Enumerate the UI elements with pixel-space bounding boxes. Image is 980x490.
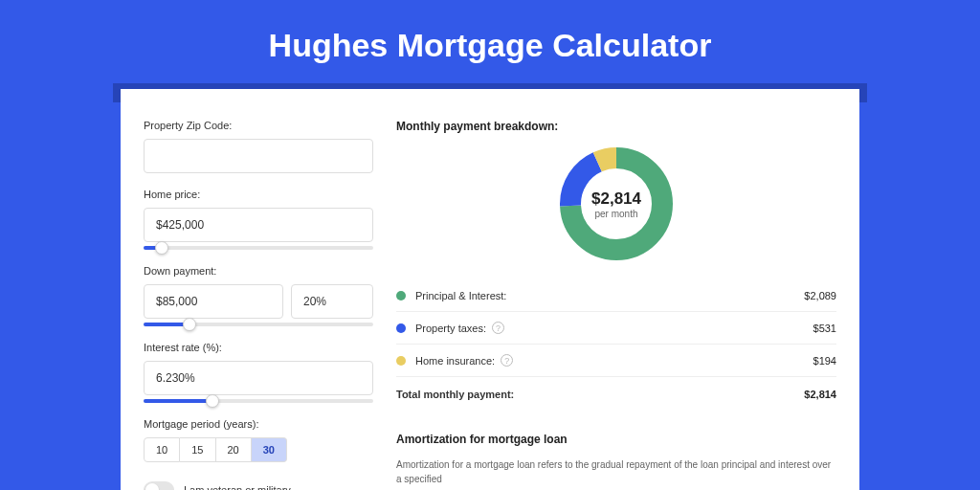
amortization-text: Amortization for a mortgage loan refers … [396, 457, 836, 486]
rate-slider[interactable] [144, 399, 373, 403]
down-label: Down payment: [144, 265, 373, 277]
breakdown-heading: Monthly payment breakdown: [396, 120, 836, 133]
veteran-toggle-row: I am veteran or military [144, 481, 373, 490]
info-icon[interactable]: ? [501, 354, 513, 367]
period-option-20[interactable]: 20 [216, 437, 252, 462]
price-slider[interactable] [144, 246, 373, 250]
info-icon[interactable]: ? [492, 322, 504, 334]
period-option-30[interactable]: 30 [252, 437, 287, 462]
item-label: Home insurance: ? [415, 354, 813, 367]
total-label: Total monthly payment: [396, 389, 804, 400]
breakdown-list: Principal & Interest: $2,089Property tax… [396, 280, 836, 377]
rate-group: Interest rate (%): [144, 342, 373, 403]
breakdown-item-1: Property taxes: ?$531 [396, 312, 836, 345]
donut-value: $2,814 [591, 189, 641, 209]
donut-chart: $2,814 per month [559, 146, 674, 261]
rate-label: Interest rate (%): [144, 342, 373, 353]
rate-input[interactable] [144, 361, 373, 395]
period-option-10[interactable]: 10 [144, 437, 180, 462]
rate-slider-fill [144, 399, 212, 403]
zip-input[interactable] [144, 139, 373, 173]
page-title: Hughes Mortgage Calculator [0, 0, 980, 83]
rate-slider-thumb[interactable] [206, 394, 219, 408]
down-slider[interactable] [144, 323, 373, 326]
item-value: $194 [813, 355, 836, 367]
period-label: Mortgage period (years): [144, 418, 373, 430]
total-row: Total monthly payment: $2,814 [396, 377, 836, 410]
item-value: $2,089 [804, 290, 836, 301]
breakdown-panel: Monthly payment breakdown: $2,814 per mo… [396, 120, 836, 490]
item-label: Principal & Interest: [415, 290, 804, 301]
legend-dot [396, 356, 406, 366]
item-value: $531 [813, 323, 836, 334]
down-group: Down payment: [144, 265, 373, 326]
donut-sublabel: per month [594, 209, 637, 219]
legend-dot [396, 323, 406, 333]
down-slider-thumb[interactable] [183, 318, 196, 331]
donut-chart-wrap: $2,814 per month [396, 146, 836, 261]
price-input[interactable] [144, 208, 373, 242]
item-label: Property taxes: ? [415, 322, 813, 334]
down-pct-input[interactable] [291, 284, 373, 319]
breakdown-item-2: Home insurance: ?$194 [396, 345, 836, 377]
price-slider-thumb[interactable] [155, 241, 168, 255]
veteran-label: I am veteran or military [184, 484, 291, 490]
amortization-section: Amortization for mortgage loan Amortizat… [396, 433, 836, 486]
veteran-toggle[interactable] [144, 481, 174, 490]
down-amount-input[interactable] [144, 284, 283, 319]
breakdown-item-0: Principal & Interest: $2,089 [396, 280, 836, 312]
zip-group: Property Zip Code: [144, 120, 373, 173]
amortization-heading: Amortization for mortgage loan [396, 433, 836, 446]
legend-dot [396, 291, 406, 301]
price-group: Home price: [144, 189, 373, 250]
donut-center: $2,814 per month [559, 146, 674, 261]
zip-label: Property Zip Code: [144, 120, 373, 131]
period-group: Mortgage period (years): 10152030 [144, 418, 373, 462]
calculator-card: Property Zip Code: Home price: Down paym… [121, 89, 859, 490]
period-option-15[interactable]: 15 [180, 437, 215, 462]
price-label: Home price: [144, 189, 373, 200]
total-value: $2,814 [804, 389, 836, 400]
form-panel: Property Zip Code: Home price: Down paym… [144, 120, 373, 490]
period-pills: 10152030 [144, 437, 373, 462]
